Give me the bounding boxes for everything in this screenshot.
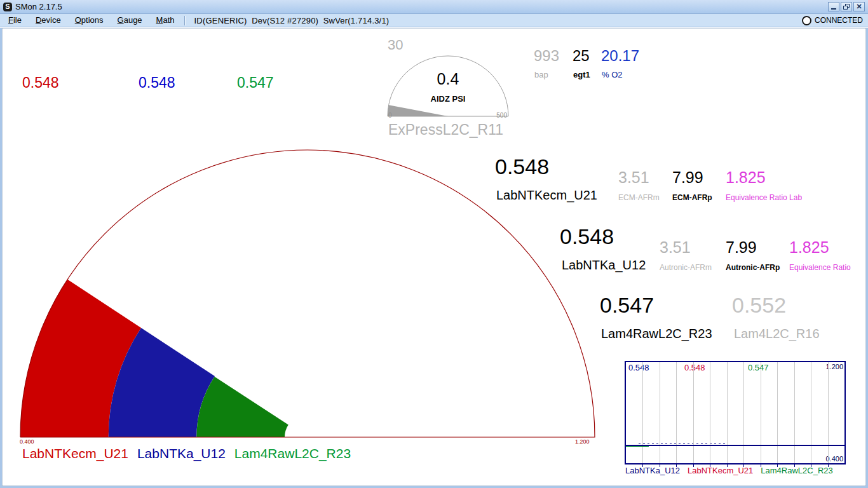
lambda-gauge-min-label: 0.400 [20,438,34,445]
chart-value-labntkecm-u21: 0.548 [684,363,705,372]
connection-indicator: CONNECTED [802,16,868,25]
window-controls: ✕ [828,2,865,11]
readout-name-labntkecm-u21: LabNTKecm_U21 [496,188,597,203]
close-icon: ✕ [856,3,862,10]
menu-item-options[interactable]: Options [68,14,111,27]
autronic-afrp-value: 7.99 [726,238,757,257]
menu-separator [184,16,186,25]
lambda-gauge-legend: LabNTKecm_U21 LabNTKa_U12 Lam4RawL2C_R23 [22,446,351,461]
device-status-text: ID(GENERIC) Dev(S12 #27290) SwVer(1.714.… [189,16,390,25]
restore-button[interactable] [841,2,852,11]
chart-legend-labntkecm-u21: LabNTKecm_U21 [688,466,753,475]
window-titlebar[interactable]: S SMon 2.17.5 ✕ [0,0,868,14]
gauge-value-labntka-u12: 0.548 [139,74,175,92]
autronic-afrm-value: 3.51 [660,238,691,257]
restore-icon [843,4,850,10]
equiv-ratio-lab-value: 1.825 [726,168,766,187]
o2-label: % O2 [602,70,623,79]
aidz-gauge-value: 0.4 [386,70,510,88]
readout-name-lam4rawl2c-r23: Lam4RawL2C_R23 [601,327,712,341]
equiv-ratio-lab-label: Equivalence Ratio Lab [726,193,802,202]
aidz-gauge-peak-value: 30 [388,37,403,53]
ecm-afrp-value: 7.99 [672,168,703,187]
legend-labntkecm-u21: LabNTKecm_U21 [22,446,128,461]
ecm-afrp-label: ECM-AFRp [672,193,712,202]
gauge-value-labntkecm-u21: 0.548 [22,74,59,92]
close-button[interactable]: ✕ [853,2,865,11]
legend-lam4rawl2c-r23: Lam4RawL2C_R23 [234,446,351,461]
aidz-gauge-max-label: 500 [475,112,507,119]
bap-label: bap [534,70,548,79]
autronic-afrm-label: Autronic-AFRm [660,263,712,272]
minimize-icon [831,8,836,10]
legend-labntka-u12: LabNTKa_U12 [137,446,226,461]
ecm-afrm-label: ECM-AFRm [618,193,660,202]
connection-status-label: CONNECTED [815,16,863,25]
minimize-button[interactable] [828,2,839,11]
chart-value-lam4rawl2c-r23: 0.547 [748,363,769,372]
gauge-value-lam4rawl2c-r23: 0.547 [237,74,274,92]
equiv-ratio-value: 1.825 [789,238,829,257]
main-canvas: 0.548 0.548 0.547 30 0.4 AIDZ PSI 0 500 … [0,28,868,488]
o2-value: 20.17 [601,47,639,65]
readout-name-lam4l2c-r16: Lam4L2C_R16 [734,327,820,341]
menubar: File Device Options Gauge Math ID(GENERI… [0,14,868,27]
window-title: SMon 2.17.5 [15,2,62,11]
aidz-gauge-channel-name: ExPressL2C_R11 [388,121,503,139]
menu-item-device[interactable]: Device [29,14,68,27]
connection-status-icon [802,16,811,25]
readout-value-labntka-u12: 0.548 [560,224,614,249]
readout-value-labntkecm-u21: 0.548 [495,154,549,179]
menu-item-file[interactable]: File [1,14,29,27]
chart-legend-lam4rawl2c-r23: Lam4RawL2C_R23 [761,466,832,475]
strip-chart[interactable]: 0.548 0.548 0.547 1.200 0.400 [625,361,846,464]
chart-legend: LabNTKa_U12 LabNTKecm_U21 Lam4RawL2C_R23 [625,466,833,475]
lambda-gauge-max-label: 1.200 [575,438,590,445]
app-window: S SMon 2.17.5 ✕ File Device Options Gaug… [0,0,868,488]
bap-value: 993 [534,47,559,65]
chart-legend-labntka-u12: LabNTKa_U12 [625,466,680,475]
aidz-gauge-units-label: AIDZ PSI [386,94,510,104]
readout-name-labntka-u12: LabNTKa_U12 [562,258,646,273]
chart-value-labntka-u12: 0.548 [628,363,649,372]
menu-item-math[interactable]: Math [149,14,182,27]
app-icon: S [3,3,12,11]
equiv-ratio-label: Equivalence Ratio [789,263,851,272]
readout-value-lam4l2c-r16: 0.552 [732,293,786,318]
egt1-label: egt1 [573,70,590,79]
menu-item-gauge[interactable]: Gauge [111,14,149,27]
egt1-value: 25 [573,47,590,65]
autronic-afrp-label: Autronic-AFRp [726,263,780,272]
chart-trace-noise [639,444,728,444]
readout-value-lam4rawl2c-r23: 0.547 [600,293,654,318]
ecm-afrm-value: 3.51 [618,168,649,187]
aidz-gauge-min-label: 0 [388,112,392,119]
